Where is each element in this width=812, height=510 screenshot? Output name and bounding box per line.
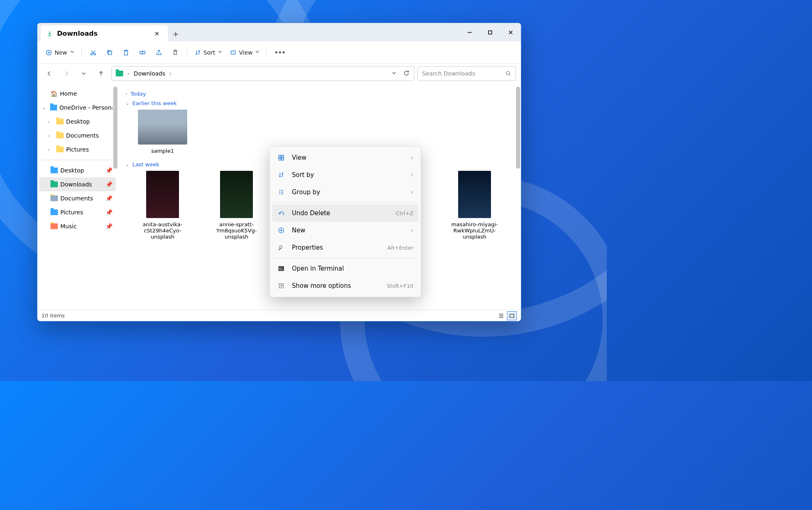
new-button[interactable]: New (42, 45, 77, 60)
thumbnail (146, 171, 179, 218)
expand-icon (277, 283, 285, 289)
refresh-button[interactable] (403, 70, 410, 78)
more-button[interactable]: ••• (271, 45, 289, 60)
file-sample1[interactable]: sample1 (134, 110, 191, 154)
ctx-properties[interactable]: PropertiesAlt+Enter (272, 239, 418, 256)
plus-circle-icon (277, 227, 285, 234)
rename-button[interactable] (135, 45, 150, 60)
view-button[interactable]: View (227, 45, 262, 60)
search-input[interactable]: Search Downloads (417, 66, 516, 81)
cut-button[interactable] (86, 45, 101, 60)
ctx-terminal[interactable]: Open in Terminal (272, 260, 418, 277)
sidebar-onedrive[interactable]: ⌄OneDrive - Personal (39, 101, 116, 115)
group-today[interactable]: ›Today (126, 91, 513, 97)
terminal-icon (277, 265, 285, 272)
desktop-icon (50, 168, 58, 173)
file-masahiro[interactable]: masahiro-miyagi-RwkWpIuLZmU-unsplash (446, 171, 503, 240)
thumbnails-view-button[interactable] (507, 311, 517, 320)
file-anita[interactable]: anita-austvika-cSt29h4eCyo-unsplash (134, 171, 191, 240)
label: Downloads (60, 181, 92, 188)
divider (187, 47, 187, 58)
label: Earlier this week (132, 100, 177, 106)
ctx-new[interactable]: New› (272, 222, 418, 239)
sidebar-home[interactable]: 🏠Home (39, 87, 116, 101)
downloads-icon (50, 181, 58, 187)
paste-icon (123, 49, 129, 56)
label: Open in Terminal (292, 265, 344, 272)
sidebar: 🏠Home ⌄OneDrive - Personal ›Desktop ›Doc… (37, 83, 117, 310)
paste-button[interactable] (119, 45, 133, 60)
grid-icon (277, 154, 285, 161)
filename: masahiro-miyagi-RwkWpIuLZmU-unsplash (446, 221, 503, 240)
path-dropdown-button[interactable] (391, 70, 397, 78)
path-box[interactable]: › Downloads › (111, 66, 414, 81)
plus-circle-icon (46, 49, 52, 56)
thumbnail (220, 171, 253, 218)
sidebar-documents[interactable]: Documents📌 (39, 191, 116, 205)
minimize-button[interactable] (459, 23, 480, 41)
sidebar-od-documents[interactable]: ›Documents (39, 129, 116, 142)
label: Undo Delete (292, 209, 330, 217)
divider (41, 160, 114, 160)
pin-icon: 📌 (106, 223, 112, 230)
sidebar-downloads[interactable]: Downloads📌 (39, 177, 116, 191)
label: Sort by (292, 171, 314, 179)
divider (81, 47, 82, 58)
search-icon (505, 70, 512, 77)
share-button[interactable] (151, 45, 166, 60)
svg-rect-16 (279, 266, 284, 271)
active-tab[interactable]: Downloads ✕ (41, 25, 168, 41)
sidebar-pictures[interactable]: Pictures📌 (39, 205, 116, 219)
file-annie[interactable]: annie-spratt-Ym8qsuoK5Vg-unsplash (208, 171, 265, 240)
close-button[interactable] (500, 23, 521, 41)
sidebar-music[interactable]: Music📌 (39, 219, 116, 233)
label: Music (60, 223, 77, 230)
address-bar: › Downloads › Search Downloads (37, 64, 521, 83)
view-label: View (239, 49, 252, 56)
separator (272, 202, 418, 203)
toolbar: New Sort View ••• (37, 41, 521, 64)
folder-icon (56, 119, 64, 124)
breadcrumb-downloads[interactable]: Downloads (134, 70, 165, 77)
group-earlier[interactable]: ⌄Earlier this week (126, 100, 513, 106)
ctx-undo[interactable]: Undo DeleteCtrl+Z (272, 204, 418, 222)
recent-button[interactable] (77, 67, 91, 80)
undo-icon (277, 210, 285, 216)
sort-button[interactable]: Sort (191, 45, 225, 60)
chevron-down-icon (218, 49, 222, 56)
ctx-more[interactable]: Show more optionsShift+F10 (272, 277, 418, 294)
sidebar-od-desktop[interactable]: ›Desktop (39, 115, 116, 129)
svg-rect-10 (510, 314, 514, 317)
pictures-icon (50, 209, 58, 215)
download-icon (46, 30, 53, 37)
delete-button[interactable] (168, 45, 183, 60)
ctx-group[interactable]: Group by› (272, 184, 418, 201)
scrollbar[interactable] (516, 87, 520, 169)
chevron-right-icon: › (411, 227, 413, 234)
wrench-icon (277, 244, 285, 251)
divider (266, 47, 267, 58)
up-button[interactable] (94, 67, 108, 80)
statusbar: 10 items (37, 310, 521, 321)
chevron-down-icon (255, 49, 259, 56)
ctx-view[interactable]: View› (272, 149, 418, 166)
ctx-sort[interactable]: Sort by› (272, 166, 418, 184)
label: Documents (60, 195, 93, 202)
share-icon (156, 49, 162, 56)
back-button[interactable] (42, 67, 56, 80)
chevron-right-icon: › (127, 70, 130, 77)
chevron-down-icon (70, 49, 74, 56)
new-tab-button[interactable]: + (168, 26, 184, 41)
maximize-button[interactable] (480, 23, 500, 41)
home-icon: 🏠 (50, 90, 57, 97)
close-tab-button[interactable]: ✕ (151, 28, 162, 39)
forward-button[interactable] (60, 67, 73, 80)
sidebar-od-pictures[interactable]: ›Pictures (39, 142, 116, 156)
sidebar-desktop[interactable]: Desktop📌 (39, 163, 116, 177)
copy-button[interactable] (102, 45, 117, 60)
svg-rect-14 (282, 158, 284, 160)
svg-rect-12 (282, 155, 284, 157)
details-view-button[interactable] (496, 311, 506, 320)
scrollbar[interactable] (113, 87, 117, 169)
label: View (292, 154, 307, 161)
